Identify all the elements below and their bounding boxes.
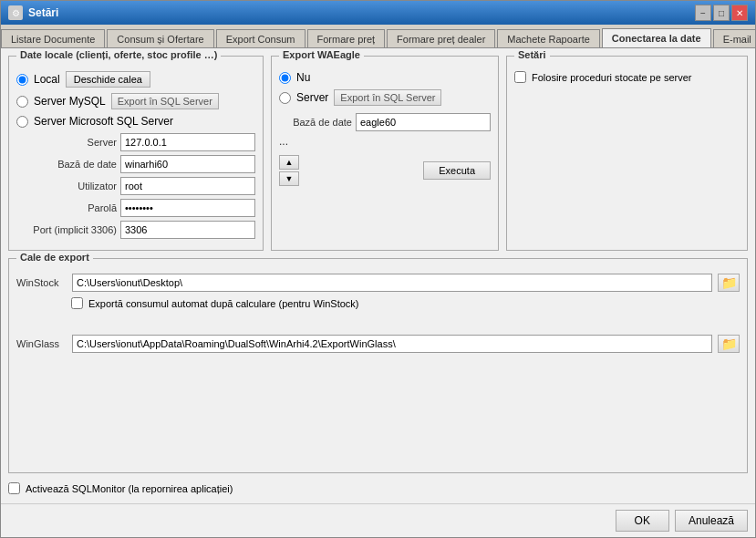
nu-radio-row: Nu xyxy=(279,71,491,84)
tab-bar: Listare Documente Consum și Ofertare Exp… xyxy=(1,25,755,48)
exporta-label: Exportă consumul automat după calculare … xyxy=(88,298,359,309)
winglass-folder-button[interactable]: 📁 xyxy=(718,335,740,353)
export-sql-button-1[interactable]: Export în SQL Server xyxy=(111,93,219,109)
activare-sqlmonitor-checkbox[interactable] xyxy=(8,482,20,494)
minimize-button[interactable]: − xyxy=(695,5,711,21)
bottom-controls: OK Anulează xyxy=(1,503,755,537)
ok-button[interactable]: OK xyxy=(616,510,669,532)
utilizator-row: Utilizator xyxy=(16,177,255,195)
date-locale-panel: Date locale (clienți, oferte, stoc profi… xyxy=(8,56,264,251)
parola-row: Parolă xyxy=(16,199,255,217)
activare-sqlmonitor-label: Activează SQLMonitor (la repornirea apli… xyxy=(26,483,233,494)
port-label: Port (implicit 3306) xyxy=(16,224,117,235)
deschide-calea-button[interactable]: Deschide calea xyxy=(66,71,150,88)
utilizator-input[interactable] xyxy=(120,177,255,195)
server-export-radio[interactable] xyxy=(279,92,291,104)
winstock-folder-button[interactable]: 📁 xyxy=(718,274,740,292)
setari-panel: Setări Folosire proceduri stocate pe ser… xyxy=(506,56,748,251)
server-row: Server xyxy=(16,133,255,151)
export-sql-button-2[interactable]: Export în SQL Server xyxy=(334,89,441,106)
footer-area: Activează SQLMonitor (la repornirea apli… xyxy=(8,481,748,496)
top-panels-row: Date locale (clienți, oferte, stoc profi… xyxy=(8,56,748,251)
nu-label: Nu xyxy=(296,71,310,84)
port-input[interactable] xyxy=(120,221,255,239)
exporta-checkbox-row: Exportă consumul automat după calculare … xyxy=(71,297,740,309)
date-locale-title: Date locale (clienți, oferte, stoc profi… xyxy=(16,49,221,60)
export-waeagle-title: Export WAEagle xyxy=(279,49,364,60)
eagle-baza-de-date-input[interactable] xyxy=(356,113,491,131)
executa-button[interactable]: Executa xyxy=(423,161,491,180)
app-icon: ⚙ xyxy=(8,5,23,20)
up-down-controls: ▲ ▼ xyxy=(279,155,299,186)
server-mysql-radio-row: Server MySQL Export în SQL Server xyxy=(16,93,255,109)
folosire-proceduri-label: Folosire proceduri stocate pe server xyxy=(532,72,691,83)
tab-formare-pret[interactable]: Formare preț xyxy=(307,29,386,48)
server-mysql-label: Server MySQL xyxy=(34,95,106,108)
winglass-row: WinGlass 📁 xyxy=(16,335,740,353)
winstock-row: WinStock 📁 xyxy=(16,274,740,292)
server-label: Server xyxy=(16,137,117,148)
exporta-checkbox[interactable] xyxy=(71,297,83,309)
cale-export-panel: Cale de export WinStock 📁 Exportă consum… xyxy=(8,258,748,473)
winglass-label: WinGlass xyxy=(16,338,67,349)
window-title: Setări xyxy=(28,6,58,19)
down-button[interactable]: ▼ xyxy=(279,171,299,186)
local-radio-row: Local Deschide calea xyxy=(16,71,255,88)
setari-title: Setări xyxy=(514,49,550,60)
local-label: Local xyxy=(34,73,60,86)
eagle-baza-de-date-row: Bază de date xyxy=(279,113,491,131)
title-bar-left: ⚙ Setări xyxy=(8,5,58,20)
close-button[interactable]: ✕ xyxy=(731,5,748,21)
main-window: ⚙ Setări − □ ✕ Listare Documente Consum … xyxy=(0,0,756,538)
up-button[interactable]: ▲ xyxy=(279,155,299,170)
winstock-path-input[interactable] xyxy=(72,274,712,292)
eagle-baza-de-date-label: Bază de date xyxy=(279,117,352,128)
title-controls: − □ ✕ xyxy=(695,5,748,21)
server-export-label: Server xyxy=(296,91,328,104)
baza-de-date-label: Bază de date xyxy=(16,159,117,170)
folosire-proceduri-checkbox[interactable] xyxy=(514,71,526,83)
tab-email[interactable]: E-mail xyxy=(713,29,755,48)
main-content: Date locale (clienți, oferte, stoc profi… xyxy=(1,48,755,503)
parola-label: Parolă xyxy=(16,202,117,213)
server-ms-radio-row: Server Microsoft SQL Server xyxy=(16,115,255,128)
ellipsis-text: ... xyxy=(279,135,491,148)
server-input[interactable] xyxy=(120,133,255,151)
parola-input[interactable] xyxy=(120,199,255,217)
server-ms-radio[interactable] xyxy=(16,116,28,128)
nu-radio[interactable] xyxy=(279,72,291,84)
server-ms-label: Server Microsoft SQL Server xyxy=(34,115,173,128)
winstock-label: WinStock xyxy=(16,277,67,288)
maximize-button[interactable]: □ xyxy=(713,5,730,21)
baza-de-date-row: Bază de date xyxy=(16,155,255,173)
export-waeagle-panel: Export WAEagle Nu Server Export în SQL S… xyxy=(271,56,499,251)
local-radio[interactable] xyxy=(16,74,28,86)
activare-sqlmonitor-row: Activează SQLMonitor (la repornirea apli… xyxy=(8,482,233,494)
tab-conectarea-la-date[interactable]: Conectarea la date xyxy=(602,28,711,48)
baza-de-date-input[interactable] xyxy=(120,155,255,173)
tab-export-consum[interactable]: Export Consum xyxy=(216,29,306,48)
tab-consum-ofertare[interactable]: Consum și Ofertare xyxy=(107,29,213,48)
server-export-radio-row: Server Export în SQL Server xyxy=(279,89,491,106)
server-mysql-radio[interactable] xyxy=(16,96,28,108)
winglass-path-input[interactable] xyxy=(72,335,712,353)
title-bar: ⚙ Setări − □ ✕ xyxy=(1,1,755,25)
port-row: Port (implicit 3306) xyxy=(16,221,255,239)
tab-formare-pret-dealer[interactable]: Formare preț dealer xyxy=(387,29,495,48)
anuleaza-button[interactable]: Anulează xyxy=(675,510,748,532)
folosire-proceduri-row: Folosire proceduri stocate pe server xyxy=(514,71,740,83)
tab-machete-rapoarte[interactable]: Machete Rapoarte xyxy=(497,29,600,48)
tab-listare-documente[interactable]: Listare Documente xyxy=(1,29,105,48)
utilizator-label: Utilizator xyxy=(16,181,117,191)
cale-export-title: Cale de export xyxy=(16,252,93,263)
